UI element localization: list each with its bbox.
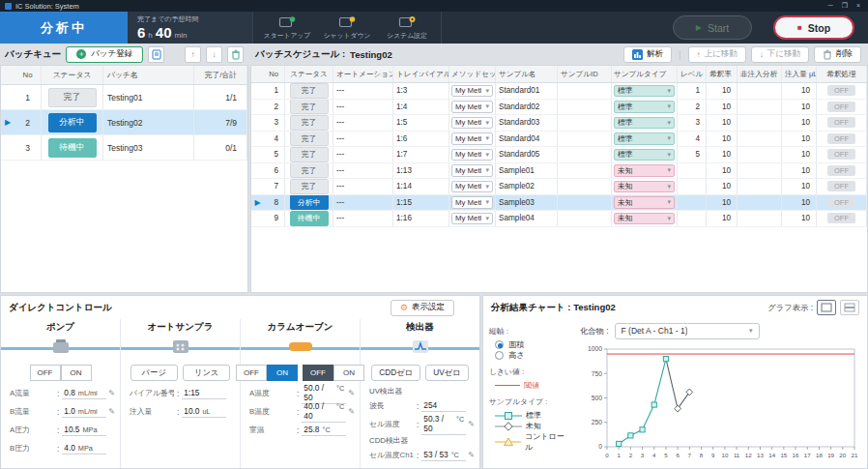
- pump-off-button[interactable]: OFF: [30, 365, 61, 381]
- purge-button[interactable]: パージ: [130, 365, 178, 381]
- radio-option[interactable]: 面積: [489, 339, 570, 350]
- svg-text:3: 3: [641, 452, 645, 458]
- graph-single-view-button[interactable]: [817, 300, 836, 315]
- oven-heat-on-button[interactable]: ON: [267, 365, 298, 381]
- eta-minutes: 40: [156, 24, 172, 41]
- schedule-row[interactable]: 9 待機中 --- 1:16 My Metl▾ Sample04 未知▾ 10 …: [251, 211, 867, 227]
- sample-type-select[interactable]: 標準▾: [614, 85, 675, 98]
- schedule-row[interactable]: 3 完了 --- 1:5 My Metl▾ Standard03 標準▾ 3 1…: [251, 115, 867, 132]
- sample-type-select[interactable]: 未知▾: [614, 196, 675, 209]
- edit-pencil-icon[interactable]: ✎: [348, 407, 355, 416]
- method-set-select[interactable]: My Metl▾: [451, 132, 493, 145]
- batch-queue-row[interactable]: 1 完了 Testing01 1/1: [1, 85, 247, 110]
- field-value[interactable]: 40.0 / 40°C: [302, 401, 346, 423]
- batch-queue-row[interactable]: ▶ 2 分析中 Testing02 7/9: [1, 110, 247, 135]
- method-set-select[interactable]: My Metl▾: [451, 117, 493, 130]
- batch-register-button[interactable]: ＋ バッチ登録: [66, 46, 143, 63]
- pump-on-button[interactable]: ON: [61, 365, 92, 381]
- method-set-select[interactable]: My Metl▾: [451, 85, 493, 98]
- analyze-button[interactable]: 解析: [623, 46, 672, 63]
- compound-select[interactable]: F (Det A - Ch1 - 1) ▾: [615, 323, 760, 339]
- start-button[interactable]: ▶ Start: [673, 15, 752, 40]
- threshold-label: しきい値 :: [489, 366, 570, 377]
- schedule-row[interactable]: 2 完了 --- 1:4 My Metl▾ Standard02 標準▾ 2 1…: [251, 100, 867, 116]
- method-set-select[interactable]: My Metl▾: [451, 213, 493, 225]
- sample-type-select[interactable]: 標準▾: [614, 132, 675, 145]
- graph-split-view-button[interactable]: [840, 300, 859, 315]
- edit-pencil-icon[interactable]: ✎: [348, 389, 355, 397]
- oven-heat-off-button[interactable]: OFF: [236, 365, 267, 381]
- field-value[interactable]: 1.0mL/mi: [62, 406, 106, 418]
- queue-move-down-button[interactable]: ↓: [206, 46, 222, 63]
- dilution-processing-toggle[interactable]: OFF: [827, 149, 855, 160]
- dilution-processing-toggle[interactable]: OFF: [827, 197, 855, 208]
- rinse-button[interactable]: リンス: [183, 365, 230, 381]
- compound-label: 化合物 :: [580, 326, 609, 337]
- sample-type-select[interactable]: 標準▾: [614, 101, 675, 113]
- move-down-button[interactable]: ↓ 下に移動: [751, 46, 809, 63]
- menu-startup[interactable]: スタートアップ: [257, 12, 317, 44]
- start-label: Start: [708, 22, 729, 34]
- schedule-row[interactable]: 4 完了 --- 1:6 My Metl▾ Standard04 標準▾ 4 1…: [251, 132, 867, 148]
- schedule-row[interactable]: 1 完了 --- 1:3 My Metl▾ Standard01 標準▾ 1 1…: [251, 83, 867, 100]
- edit-pencil-icon[interactable]: ✎: [468, 451, 475, 459]
- field-value[interactable]: 53 / 53°C: [421, 450, 466, 461]
- batch-register-label: バッチ登録: [91, 48, 132, 60]
- edit-pencil-icon[interactable]: ✎: [108, 389, 115, 397]
- dilution-processing-toggle[interactable]: OFF: [827, 181, 855, 191]
- move-up-button[interactable]: ↑ 上に移動: [688, 46, 746, 63]
- menu-shutdown[interactable]: シャットダウン: [317, 12, 377, 44]
- threshold-legend-label: 閾値: [524, 380, 539, 391]
- batch-queue-row[interactable]: 3 待機中 Testing03 0/1: [1, 135, 247, 161]
- queue-delete-button[interactable]: [227, 46, 244, 63]
- sample-type-select[interactable]: 未知▾: [614, 213, 675, 225]
- dilution-processing-toggle[interactable]: OFF: [827, 85, 855, 96]
- cell-dilution-factor: 10: [707, 132, 738, 147]
- delete-button[interactable]: 削除: [814, 46, 861, 63]
- maximize-button[interactable]: ❐: [842, 0, 848, 12]
- legend-item: 標準: [489, 410, 570, 421]
- edit-pencil-icon[interactable]: ✎: [468, 420, 475, 428]
- edit-pencil-icon[interactable]: ✎: [108, 407, 115, 416]
- method-set-select[interactable]: My Metl▾: [451, 149, 493, 161]
- radio-option[interactable]: 高さ: [489, 350, 570, 361]
- stop-button[interactable]: ■ Stop: [773, 15, 854, 40]
- schedule-row[interactable]: 7 完了 --- 1:14 My Metl▾ Sample02 未知▾ 10 1…: [251, 179, 867, 195]
- field-label: A圧力: [10, 425, 54, 435]
- dilution-processing-toggle[interactable]: OFF: [827, 165, 855, 176]
- cell-tray-vial: 1:14: [393, 179, 449, 194]
- queue-move-up-button[interactable]: ↑: [185, 46, 201, 63]
- dilution-processing-toggle[interactable]: OFF: [827, 117, 855, 128]
- sample-type-select[interactable]: 未知▾: [614, 164, 675, 177]
- sample-type-select[interactable]: 未知▾: [614, 181, 675, 193]
- result-chart-svg[interactable]: 0250500750100001234567891011121314151617…: [580, 340, 862, 462]
- method-set-select[interactable]: My Metl▾: [451, 164, 493, 177]
- sample-type-select[interactable]: 標準▾: [614, 117, 675, 130]
- dilution-processing-toggle[interactable]: OFF: [827, 213, 855, 223]
- queue-report-button[interactable]: [148, 46, 164, 63]
- cell-level: [678, 179, 707, 194]
- oven-cool-off-button[interactable]: OFF: [303, 365, 333, 381]
- dilution-processing-toggle[interactable]: OFF: [827, 102, 855, 112]
- cell-no-injection-analysis: [738, 195, 782, 211]
- column-oven-fields: A温度: 50.0 / 50°C ✎ B温度: 40.0 / 40°C ✎ 室温…: [241, 384, 360, 439]
- field-value[interactable]: 50.3 / 50°C: [421, 414, 466, 435]
- method-set-select[interactable]: My Metl▾: [451, 181, 493, 193]
- uv-zero-button[interactable]: UVゼロ: [425, 365, 469, 381]
- schedule-row[interactable]: 6 完了 --- 1:13 My Metl▾ Sample01 未知▾ 10 1…: [251, 163, 867, 180]
- close-button[interactable]: ×: [856, 0, 860, 12]
- method-set-select[interactable]: My Metl▾: [451, 101, 493, 113]
- field-value[interactable]: 0.8mL/mi: [62, 388, 106, 399]
- method-set-select[interactable]: My Metl▾: [451, 196, 493, 209]
- schedule-row[interactable]: 5 完了 --- 1:7 My Metl▾ Standard05 標準▾ 5 1…: [251, 147, 867, 163]
- menu-settings[interactable]: システム設定: [377, 12, 437, 44]
- schedule-row[interactable]: ▶ 8 分析中 --- 1:15 My Metl▾ Sample03 未知▾ 1…: [251, 195, 867, 212]
- row-gutter: [251, 163, 264, 179]
- cdd-zero-button[interactable]: CDDゼロ: [371, 365, 420, 381]
- dilution-processing-toggle[interactable]: OFF: [827, 133, 855, 144]
- sample-type-select[interactable]: 標準▾: [614, 149, 675, 161]
- minimize-button[interactable]: ─: [828, 0, 833, 12]
- status-badge: 待機中: [48, 138, 97, 158]
- field-label: セル温度Ch1: [369, 450, 414, 460]
- display-settings-button[interactable]: ⚙ 表示設定: [391, 300, 454, 316]
